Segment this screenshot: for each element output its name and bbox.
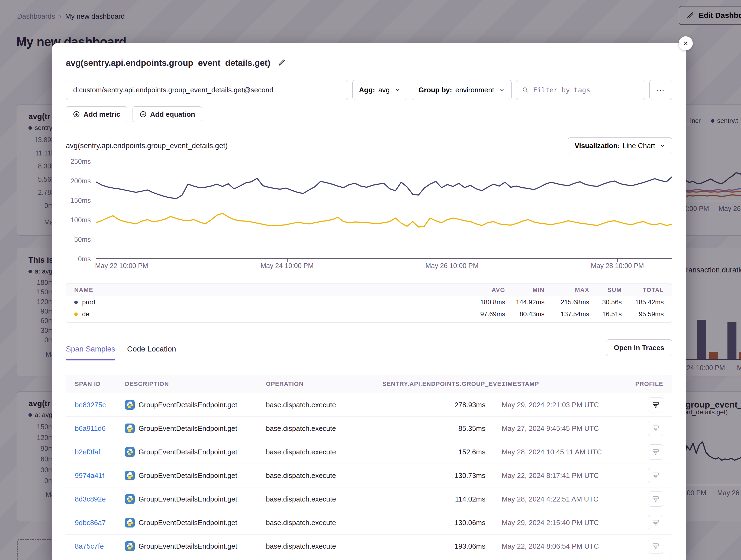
groupby-dropdown[interactable]: Group by: environment xyxy=(412,80,512,100)
span-operation: base.dispatch.execute xyxy=(266,424,383,433)
x-tick-mark xyxy=(617,259,618,262)
col-header-profile: PROFILE xyxy=(631,381,663,388)
open-in-traces-button[interactable]: Open in Traces xyxy=(606,339,672,356)
span-id-link[interactable]: 8d3c892e xyxy=(75,495,125,503)
span-id-link[interactable]: be83275c xyxy=(75,401,125,409)
add-buttons-row: Add metric Add equation xyxy=(66,106,672,122)
tag-filter xyxy=(516,80,645,100)
python-icon xyxy=(125,518,135,528)
span-timestamp: May 29, 2024 2:21:03 PM UTC xyxy=(485,401,631,409)
sum-value: 30.56s xyxy=(589,299,622,306)
span-description: GroupEventDetailsEndpoint.get xyxy=(138,401,237,409)
x-axis xyxy=(96,258,672,259)
summary-padding xyxy=(66,320,672,322)
tab-code-location[interactable]: Code Location xyxy=(127,345,176,360)
aggregation-value: avg xyxy=(378,86,390,94)
avg-value: 97.69ms xyxy=(459,310,505,318)
series-summary-table: NAME AVG MIN MAX SUM TOTAL prod 180.8ms … xyxy=(66,284,672,323)
span-timestamp: May 22, 2024 8:06:54 PM UTC xyxy=(485,542,631,551)
profile-button[interactable] xyxy=(648,397,663,412)
screen: Dashboards › My new dashboard My new das… xyxy=(0,0,741,560)
series-name: de xyxy=(82,310,89,318)
plot-area[interactable] xyxy=(96,161,672,259)
profile-icon xyxy=(652,518,660,527)
close-button[interactable] xyxy=(679,36,693,50)
tabs: Span Samples Code Location xyxy=(66,345,176,360)
col-header-timestamp: TIMESTAMP xyxy=(485,381,631,388)
tab-span-samples[interactable]: Span Samples xyxy=(66,345,115,360)
span-description: GroupEventDetailsEndpoint.get xyxy=(138,495,237,503)
edit-title-button[interactable] xyxy=(277,58,287,69)
profile-button[interactable] xyxy=(648,468,663,483)
visualization-dropdown[interactable]: Visualization: Line Chart xyxy=(568,137,672,154)
x-tick: May 28 10:00 PM xyxy=(591,262,644,270)
x-tick-mark xyxy=(122,259,122,262)
profile-icon xyxy=(652,495,660,503)
chart-series xyxy=(96,161,672,259)
x-tick: May 24 10:00 PM xyxy=(261,262,314,270)
add-metric-button[interactable]: Add metric xyxy=(66,106,127,122)
chevron-down-icon xyxy=(659,143,665,149)
span-operation: base.dispatch.execute xyxy=(266,401,383,409)
add-equation-button[interactable]: Add equation xyxy=(133,106,202,122)
series-color-dot xyxy=(74,313,78,316)
profile-button[interactable] xyxy=(648,445,663,460)
aggregation-dropdown[interactable]: Agg: avg xyxy=(352,80,407,100)
plus-circle-icon xyxy=(139,110,147,118)
chevron-down-icon xyxy=(499,87,505,93)
table-row: b6a911d6 GroupEventDetailsEndpoint.get b… xyxy=(66,416,672,440)
max-value: 137.54ms xyxy=(544,310,589,318)
profile-button[interactable] xyxy=(648,515,663,530)
python-icon xyxy=(125,423,135,433)
span-duration: 114.02ms xyxy=(383,495,485,503)
profile-icon xyxy=(652,542,660,550)
span-timestamp: May 28, 2024 4:22:51 AM UTC xyxy=(485,495,631,503)
more-options-button[interactable]: ⋯ xyxy=(650,80,672,100)
metric-query-input[interactable] xyxy=(66,80,348,100)
summary-row[interactable]: prod 180.8ms 144.92ms 215.68ms 30.56s 18… xyxy=(66,296,672,308)
x-tick: May 22 10:00 PM xyxy=(95,262,148,270)
x-tick: May 26 10:00 PM xyxy=(425,262,479,270)
summary-header-row: NAME AVG MIN MAX SUM TOTAL xyxy=(66,284,672,296)
span-operation: base.dispatch.execute xyxy=(266,448,383,456)
span-id-link[interactable]: b2ef3faf xyxy=(75,448,125,456)
span-id-link[interactable]: 9dbc86a7 xyxy=(75,518,125,527)
span-description: GroupEventDetailsEndpoint.get xyxy=(138,471,237,480)
sum-value: 16.51s xyxy=(589,310,622,318)
profile-button[interactable] xyxy=(648,421,663,436)
col-header-metric: SENTRY.API.ENDPOINTS.GROUP_EVE… xyxy=(383,381,485,388)
summary-row[interactable]: de 97.69ms 80.43ms 137.54ms 16.51s 95.59… xyxy=(66,308,672,320)
profile-button[interactable] xyxy=(648,539,663,554)
x-tick-mark xyxy=(452,259,452,262)
python-icon xyxy=(125,471,135,480)
span-operation: base.dispatch.execute xyxy=(266,471,383,480)
span-operation: base.dispatch.execute xyxy=(266,518,383,527)
profile-button[interactable] xyxy=(648,491,663,507)
span-description: GroupEventDetailsEndpoint.get xyxy=(138,542,237,551)
y-tick: 250ms xyxy=(70,158,91,165)
aggregation-label: Agg: xyxy=(359,86,375,94)
table-row: 9974a41f GroupEventDetailsEndpoint.get b… xyxy=(66,464,672,487)
span-id-link[interactable]: 9974a41f xyxy=(75,471,125,480)
col-header-min: MIN xyxy=(505,287,544,294)
span-timestamp: May 22, 2024 8:17:41 PM UTC xyxy=(485,471,631,480)
span-description: GroupEventDetailsEndpoint.get xyxy=(138,518,237,527)
visualization-label: Visualization: xyxy=(575,142,620,150)
modal-header: avg(sentry.api.endpoints.group_event_det… xyxy=(66,58,672,69)
span-operation: base.dispatch.execute xyxy=(266,542,383,551)
tag-filter-input[interactable] xyxy=(533,86,639,94)
chart-header: avg(sentry.api.endpoints.group_event_det… xyxy=(66,137,672,154)
span-id-link[interactable]: b6a911d6 xyxy=(75,424,125,433)
series-name: prod xyxy=(82,299,95,306)
y-tick: 150ms xyxy=(70,196,91,205)
tabs-row: Span Samples Code Location Open in Trace… xyxy=(66,339,672,360)
search-icon xyxy=(522,86,529,93)
col-header-operation: OPERATION xyxy=(266,381,383,388)
pencil-icon xyxy=(278,59,286,67)
table-row: 8d3c892e GroupEventDetailsEndpoint.get b… xyxy=(66,487,672,511)
span-timestamp: May 29, 2024 2:15:40 PM UTC xyxy=(485,518,631,527)
span-id-link[interactable]: 8a75c7fe xyxy=(75,542,125,551)
x-tick-mark xyxy=(287,259,287,262)
min-value: 144.92ms xyxy=(505,299,544,306)
profile-icon xyxy=(652,448,660,456)
